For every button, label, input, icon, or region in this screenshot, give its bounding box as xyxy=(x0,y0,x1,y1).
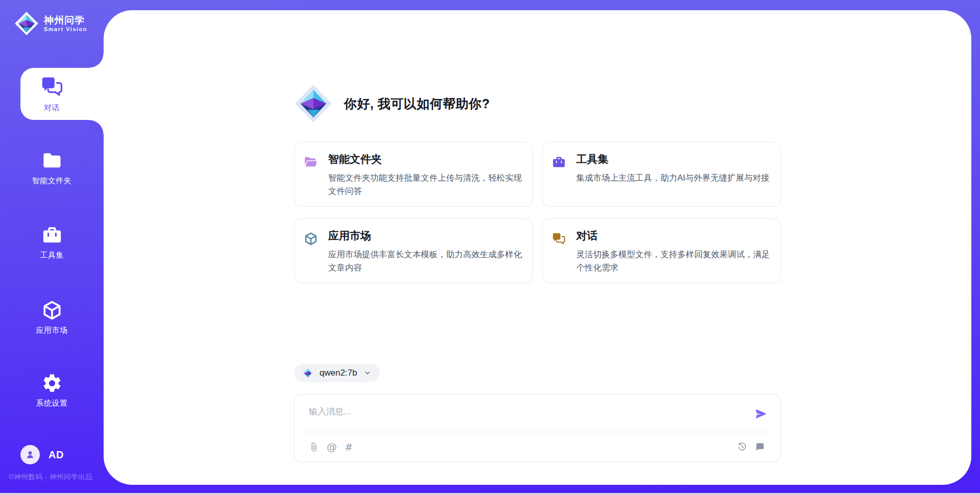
sidebar-item-label: 智能文件夹 xyxy=(32,176,72,186)
card-app-market[interactable]: 应用市场 应用市场提供丰富长文本模板，助力高效生成多样化文章内容 xyxy=(294,218,533,283)
history-clock-icon[interactable] xyxy=(737,442,747,452)
brand-name: 神州问学 xyxy=(44,15,87,26)
mention-icon[interactable]: @ xyxy=(327,442,337,452)
user-name: AD xyxy=(48,449,64,461)
model-name: qwen2:7b xyxy=(320,368,357,378)
card-title: 工具集 xyxy=(576,152,770,166)
active-tab-fillet-bottom xyxy=(89,120,104,134)
message-composer: @ # xyxy=(294,394,781,462)
chat-home-content: 你好, 我可以如何帮助你? 智能文件夹 智能文件夹功能支持批量文件上传与清洗，轻… xyxy=(294,10,781,462)
window-bottom-edge xyxy=(0,493,980,495)
message-input[interactable] xyxy=(299,398,755,429)
cube-icon xyxy=(41,300,63,321)
sidebar-item-toolset[interactable]: 工具集 xyxy=(0,222,104,263)
card-description: 灵活切换多模型文件，支持多样回复效果调试，满足个性化需求 xyxy=(576,247,773,275)
chat-bubble-icon[interactable] xyxy=(755,442,765,452)
folder-open-icon xyxy=(304,155,318,169)
model-selector[interactable]: qwen2:7b xyxy=(294,364,380,382)
brand-diamond-icon xyxy=(294,84,333,123)
chevron-down-icon xyxy=(363,369,372,377)
chat-icon xyxy=(552,232,566,246)
sidebar-item-label: 对话 xyxy=(44,103,60,113)
card-chat[interactable]: 对话 灵活切换多模型文件，支持多样回复效果调试，满足个性化需求 xyxy=(542,218,781,283)
sidebar-item-label: 工具集 xyxy=(40,251,64,260)
card-description: 智能文件夹功能支持批量文件上传与清洗，轻松实现文件问答 xyxy=(328,171,525,198)
gear-icon xyxy=(41,373,63,394)
feature-cards: 智能文件夹 智能文件夹功能支持批量文件上传与清洗，轻松实现文件问答 工具集 集成… xyxy=(294,142,781,283)
paperclip-icon[interactable] xyxy=(309,442,319,452)
card-title: 智能文件夹 xyxy=(328,152,525,166)
card-description: 应用市场提供丰富长文本模板，助力高效生成多样化文章内容 xyxy=(328,247,525,275)
avatar xyxy=(20,445,40,464)
person-icon xyxy=(25,450,35,460)
sidebar-item-smart-folder[interactable]: 智能文件夹 xyxy=(0,147,104,188)
diamond-logo-icon xyxy=(302,367,313,379)
sidebar: 神州问学 Smart Vision 对话 智能文件夹 工具集 xyxy=(0,0,104,495)
cube-icon xyxy=(304,232,318,246)
brand-diamond-icon xyxy=(14,11,39,36)
card-toolset[interactable]: 工具集 集成市场上主流工具，助力AI与外界无缝扩展与对接 xyxy=(542,142,781,207)
sidebar-item-chat[interactable]: 对话 xyxy=(20,68,104,120)
greeting-header: 你好, 我可以如何帮助你? xyxy=(294,84,781,123)
card-smart-folder[interactable]: 智能文件夹 智能文件夹功能支持批量文件上传与清洗，轻松实现文件问答 xyxy=(294,142,533,207)
hashtag-icon[interactable]: # xyxy=(345,442,353,452)
briefcase-icon xyxy=(41,225,63,246)
folder-icon xyxy=(41,150,63,171)
sidebar-item-label: 系统设置 xyxy=(36,399,68,408)
main-panel: 你好, 我可以如何帮助你? 智能文件夹 智能文件夹功能支持批量文件上传与清洗，轻… xyxy=(104,10,971,485)
send-icon[interactable] xyxy=(755,408,767,420)
chat-icon xyxy=(40,75,64,98)
copyright-footer: ©神州数码 · 神州问学出品 xyxy=(9,473,92,482)
sidebar-item-app-market[interactable]: 应用市场 xyxy=(0,297,104,338)
card-title: 对话 xyxy=(576,229,773,243)
card-title: 应用市场 xyxy=(328,229,525,243)
brand-subtitle: Smart Vision xyxy=(44,26,87,32)
briefcase-icon xyxy=(552,155,566,169)
app-logo: 神州问学 Smart Vision xyxy=(14,11,87,36)
active-tab-fillet-top xyxy=(89,54,104,68)
greeting-title: 你好, 我可以如何帮助你? xyxy=(344,95,490,112)
user-account[interactable]: AD xyxy=(20,445,64,464)
sidebar-item-label: 应用市场 xyxy=(36,326,68,335)
card-description: 集成市场上主流工具，助力AI与外界无缝扩展与对接 xyxy=(576,171,770,184)
sidebar-item-settings[interactable]: 系统设置 xyxy=(0,370,104,411)
